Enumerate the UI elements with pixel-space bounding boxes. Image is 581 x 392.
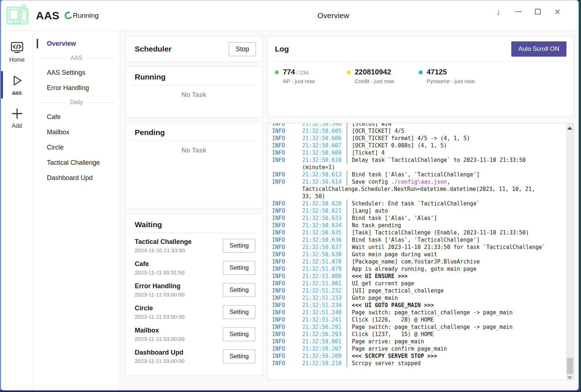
scrollbar-up-arrow-icon[interactable] — [567, 127, 572, 130]
log-level: INFO — [272, 207, 302, 215]
task-next-run-time: 2023-11-11 03:00:00 — [135, 358, 223, 364]
task-name: Tactical Challenge — [135, 238, 223, 246]
log-message: <<< UI ENSURE >>> — [347, 273, 563, 280]
log-timestamp: 21:32:51.078 — [302, 258, 347, 265]
sidebar-item-overview[interactable]: Overview — [33, 36, 120, 51]
stop-button[interactable]: Stop — [229, 42, 256, 56]
log-message: [UI] page_tactical_challenge — [347, 287, 563, 294]
task-name: Cafe — [135, 260, 223, 268]
log-timestamp: 21:32:50.613 — [302, 171, 347, 178]
log-scrollbar[interactable] — [566, 123, 574, 380]
stat-body: 47125 Pyroxene - just now — [427, 68, 475, 84]
task-setting-button[interactable]: Setting — [223, 283, 255, 297]
pending-title: Pending — [135, 128, 263, 137]
sidebar-item-label: Error Handling — [47, 84, 89, 92]
waiting-task-row: Circle 2023-11-11 03:00:00 Setting — [125, 301, 263, 323]
log-message: Goto page_main — [347, 294, 563, 302]
sidebar-item-label: Circle — [47, 144, 64, 151]
task-next-run-time: 2023-11-11 03:00:00 — [135, 291, 223, 298]
log-message: [OCR_TICKET format] 4/5 -> (4, 1, 5) — [347, 135, 563, 142]
log-message: [Status] WIN — [347, 123, 563, 127]
log-line: INFO 21:32:51.080 <<< UI ENSURE >>> — [272, 273, 563, 280]
log-timestamp: 21:32:50.609 — [302, 149, 347, 156]
task-setting-button[interactable]: Setting — [223, 305, 255, 319]
stat-value: 220810942 — [355, 68, 391, 76]
log-message: [Lang] auto — [347, 207, 563, 215]
log-message-continuation: (minute=1) — [302, 164, 563, 171]
stat-suffix: / 234 — [295, 69, 309, 75]
sidebar-item-dashboard-upd[interactable]: Dashboard Upd — [33, 170, 120, 185]
task-setting-button[interactable]: Setting — [223, 327, 255, 341]
log-timestamp: 21:32:51.241 — [302, 316, 347, 323]
stat-value: 47125 — [427, 68, 447, 76]
maximize-button[interactable] — [530, 4, 546, 19]
sidebar-item-cafe[interactable]: Cafe — [33, 109, 120, 124]
sidebar-item-error-handling[interactable]: Error Handling — [33, 80, 120, 95]
log-line: INFO 21:32:50.598 [Status] WIN — [272, 123, 563, 127]
task-name: Mailbox — [135, 327, 223, 334]
scrollbar-down-arrow-icon[interactable] — [567, 376, 572, 379]
log-timestamp: 21:32:56.293 — [302, 331, 347, 338]
task-setting-button[interactable]: Setting — [223, 239, 255, 253]
log-timestamp: 21:32:59.001 — [302, 338, 347, 345]
log-timestamp: 21:32:50.636 — [302, 236, 347, 244]
log-timestamp: 21:32:59.209 — [302, 352, 347, 360]
task-name: Circle — [135, 305, 223, 312]
log-output[interactable]: INFO 21:32:50.598 [Status] WIN INFO 21:3… — [267, 123, 574, 380]
log-line: INFO 21:32:59.209 <<< SCRCPY SERVER STOP… — [272, 352, 563, 360]
download-arrow-button[interactable]: ↓ — [491, 4, 507, 19]
log-level: INFO — [272, 309, 302, 316]
log-timestamp: 21:32:50.635 — [302, 229, 347, 236]
log-level: INFO — [272, 215, 302, 222]
scheduler-card: Scheduler Stop — [125, 36, 263, 62]
divider — [133, 85, 255, 85]
minimize-button[interactable] — [510, 4, 526, 19]
running-title: Running — [135, 73, 263, 81]
rail-item-add[interactable]: Add — [1, 101, 33, 134]
scrollbar-thumb[interactable] — [567, 358, 573, 374]
log-message: [Package_name] com.YostarJP.BlueArchive — [347, 258, 563, 265]
log-timestamp: 21:32:50.605 — [302, 127, 347, 135]
sidebar-section-divider: AAS — [33, 51, 120, 65]
waiting-task-row: Mailbox 2023-11-11 03:00:00 Setting — [125, 323, 263, 345]
log-line: INFO 21:32:59.207 Page arrive confirm pa… — [272, 345, 563, 352]
log-message: [Ticket] 4 — [347, 149, 563, 156]
stat-value-row: 774 / 234 — [283, 68, 315, 76]
log-level: INFO — [272, 360, 302, 367]
log-line: INFO 21:32:50.614 Save config ./config\a… — [272, 178, 563, 185]
waiting-task-row: Tactical Challenge 2023-11-10 21:33:50 S… — [125, 234, 263, 257]
log-message: Delay task `TacticalChallenge` to 2023-1… — [347, 156, 563, 164]
stat-body: 774 / 234 AP - just now — [283, 68, 315, 84]
log-message: Page switch: page_tactical_challenge -> … — [347, 323, 563, 331]
sidebar-item-tactical-challenge[interactable]: Tactical Challenge — [33, 155, 120, 170]
sidebar-item-label: AAS Settings — [47, 69, 85, 77]
close-button[interactable]: ✕ — [549, 4, 565, 19]
log-message: Page switch: page_tactical_challenge -> … — [347, 309, 563, 316]
sidebar-nav: Overview AAS AAS Settings Error Handling… — [33, 31, 120, 390]
log-level: INFO — [272, 244, 302, 251]
sidebar-section-label: AAS — [71, 55, 82, 61]
sidebar-item-circle[interactable]: Circle — [33, 140, 120, 155]
log-card: Log Auto Scroll ON 774 / 234 AP - just n… — [267, 36, 574, 117]
task-setting-button[interactable]: Setting — [223, 350, 255, 363]
auto-scroll-toggle-button[interactable]: Auto Scroll ON — [511, 41, 566, 57]
log-level: INFO — [272, 280, 302, 287]
sidebar-item-mailbox[interactable]: Mailbox — [33, 124, 120, 140]
log-timestamp: 21:32:50.606 — [302, 135, 347, 142]
log-timestamp: 21:32:51.079 — [302, 265, 347, 273]
rail-item-aas[interactable]: aas — [1, 68, 33, 101]
waiting-task-list: Tactical Challenge 2023-11-10 21:33:50 S… — [125, 234, 263, 367]
log-line: INFO 21:32:50.638 Goto main page during … — [272, 251, 563, 258]
task-setting-button[interactable]: Setting — [223, 261, 255, 275]
log-timestamp: 21:32:50.621 — [302, 207, 347, 215]
log-timestamp: 21:32:50.614 — [302, 178, 347, 185]
task-info: Error Handling 2023-11-11 03:00:00 — [135, 282, 223, 298]
log-timestamp: 21:32:50.638 — [302, 251, 347, 258]
sidebar-item-aas-settings[interactable]: AAS Settings — [33, 65, 120, 80]
log-level: INFO — [272, 294, 302, 302]
play-icon — [10, 74, 24, 87]
window-controls: ↓ ✕ — [491, 4, 565, 19]
log-line-continuation: 33, 50) — [272, 193, 563, 200]
rail-item-home[interactable]: Home — [1, 35, 33, 68]
log-timestamp: 21:32:59.210 — [302, 360, 347, 367]
